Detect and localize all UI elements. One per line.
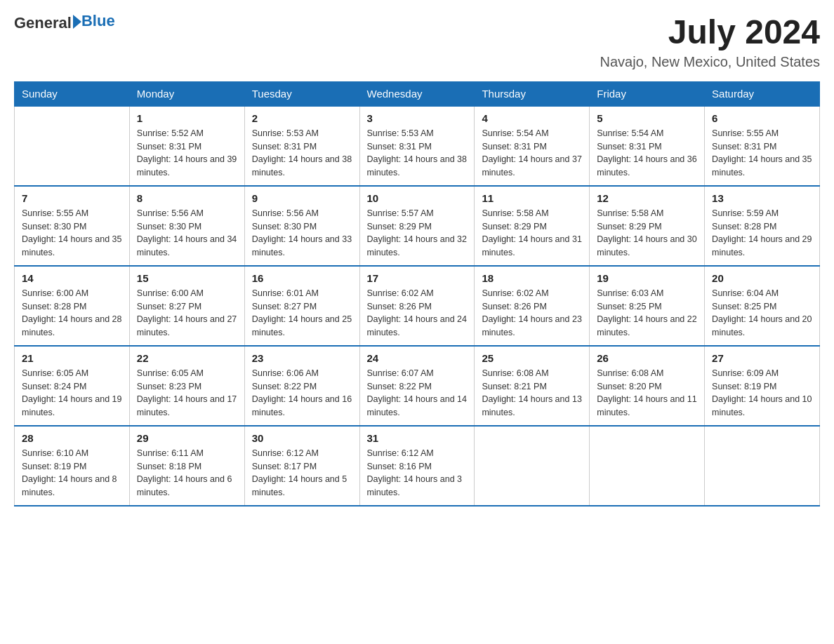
calendar-cell: 20Sunrise: 6:04 AMSunset: 8:25 PMDayligh… [705, 266, 820, 346]
day-number: 19 [597, 272, 697, 284]
day-number: 31 [367, 432, 468, 444]
logo: General Blue [14, 14, 115, 32]
calendar-cell: 3Sunrise: 5:53 AMSunset: 8:31 PMDaylight… [359, 106, 475, 186]
calendar-cell: 15Sunrise: 6:00 AMSunset: 8:27 PMDayligh… [129, 266, 244, 346]
day-number: 25 [482, 352, 582, 364]
calendar-cell: 17Sunrise: 6:02 AMSunset: 8:26 PMDayligh… [359, 266, 475, 346]
day-number: 27 [712, 352, 812, 364]
calendar-cell: 27Sunrise: 6:09 AMSunset: 8:19 PMDayligh… [705, 346, 820, 426]
day-info: Sunrise: 6:07 AMSunset: 8:22 PMDaylight:… [367, 367, 468, 420]
weekday-header-saturday: Saturday [705, 81, 820, 106]
day-info: Sunrise: 6:02 AMSunset: 8:26 PMDaylight:… [367, 287, 468, 340]
day-number: 13 [712, 192, 812, 204]
page-header: General Blue July 2024 Navajo, New Mexic… [14, 14, 820, 70]
day-number: 9 [252, 192, 352, 204]
day-info: Sunrise: 6:08 AMSunset: 8:20 PMDaylight:… [597, 367, 697, 420]
day-number: 17 [367, 272, 468, 284]
calendar-cell: 29Sunrise: 6:11 AMSunset: 8:18 PMDayligh… [129, 426, 244, 506]
day-info: Sunrise: 6:00 AMSunset: 8:28 PMDaylight:… [22, 287, 122, 340]
day-number: 18 [482, 272, 582, 284]
day-info: Sunrise: 5:54 AMSunset: 8:31 PMDaylight:… [597, 127, 697, 180]
calendar-week-row: 14Sunrise: 6:00 AMSunset: 8:28 PMDayligh… [15, 266, 820, 346]
day-info: Sunrise: 5:57 AMSunset: 8:29 PMDaylight:… [367, 207, 468, 260]
day-info: Sunrise: 6:05 AMSunset: 8:23 PMDaylight:… [137, 367, 237, 420]
calendar-cell: 10Sunrise: 5:57 AMSunset: 8:29 PMDayligh… [359, 186, 475, 266]
day-info: Sunrise: 5:58 AMSunset: 8:29 PMDaylight:… [482, 207, 582, 260]
day-number: 5 [597, 112, 697, 124]
day-number: 20 [712, 272, 812, 284]
day-number: 12 [597, 192, 697, 204]
calendar-cell: 28Sunrise: 6:10 AMSunset: 8:19 PMDayligh… [15, 426, 130, 506]
calendar-week-row: 7Sunrise: 5:55 AMSunset: 8:30 PMDaylight… [15, 186, 820, 266]
calendar-cell: 24Sunrise: 6:07 AMSunset: 8:22 PMDayligh… [359, 346, 475, 426]
month-title: July 2024 [600, 14, 820, 51]
day-info: Sunrise: 6:01 AMSunset: 8:27 PMDaylight:… [252, 287, 352, 340]
day-info: Sunrise: 6:06 AMSunset: 8:22 PMDaylight:… [252, 367, 352, 420]
weekday-header-monday: Monday [129, 81, 244, 106]
calendar-week-row: 28Sunrise: 6:10 AMSunset: 8:19 PMDayligh… [15, 426, 820, 506]
weekday-header-wednesday: Wednesday [359, 81, 475, 106]
day-number: 30 [252, 432, 352, 444]
location-title: Navajo, New Mexico, United States [600, 54, 820, 70]
day-number: 16 [252, 272, 352, 284]
calendar-cell [15, 106, 130, 186]
calendar-cell [590, 426, 705, 506]
calendar-week-row: 21Sunrise: 6:05 AMSunset: 8:24 PMDayligh… [15, 346, 820, 426]
calendar-table: SundayMondayTuesdayWednesdayThursdayFrid… [14, 81, 820, 507]
calendar-cell: 6Sunrise: 5:55 AMSunset: 8:31 PMDaylight… [705, 106, 820, 186]
day-info: Sunrise: 5:53 AMSunset: 8:31 PMDaylight:… [367, 127, 468, 180]
calendar-cell: 5Sunrise: 5:54 AMSunset: 8:31 PMDaylight… [590, 106, 705, 186]
day-number: 10 [367, 192, 468, 204]
calendar-week-row: 1Sunrise: 5:52 AMSunset: 8:31 PMDaylight… [15, 106, 820, 186]
day-number: 15 [137, 272, 237, 284]
calendar-cell: 16Sunrise: 6:01 AMSunset: 8:27 PMDayligh… [244, 266, 359, 346]
day-info: Sunrise: 6:05 AMSunset: 8:24 PMDaylight:… [22, 367, 122, 420]
day-number: 29 [137, 432, 237, 444]
weekday-header-friday: Friday [590, 81, 705, 106]
day-info: Sunrise: 5:56 AMSunset: 8:30 PMDaylight:… [137, 207, 237, 260]
calendar-cell: 2Sunrise: 5:53 AMSunset: 8:31 PMDaylight… [244, 106, 359, 186]
calendar-cell: 1Sunrise: 5:52 AMSunset: 8:31 PMDaylight… [129, 106, 244, 186]
day-info: Sunrise: 6:03 AMSunset: 8:25 PMDaylight:… [597, 287, 697, 340]
day-info: Sunrise: 5:59 AMSunset: 8:28 PMDaylight:… [712, 207, 812, 260]
day-number: 2 [252, 112, 352, 124]
day-number: 24 [367, 352, 468, 364]
calendar-cell: 19Sunrise: 6:03 AMSunset: 8:25 PMDayligh… [590, 266, 705, 346]
day-info: Sunrise: 5:55 AMSunset: 8:30 PMDaylight:… [22, 207, 122, 260]
calendar-cell: 12Sunrise: 5:58 AMSunset: 8:29 PMDayligh… [590, 186, 705, 266]
logo-arrow-icon [73, 15, 81, 29]
title-section: July 2024 Navajo, New Mexico, United Sta… [600, 14, 820, 70]
day-number: 21 [22, 352, 122, 364]
day-info: Sunrise: 6:09 AMSunset: 8:19 PMDaylight:… [712, 367, 812, 420]
calendar-cell [475, 426, 590, 506]
calendar-cell: 14Sunrise: 6:00 AMSunset: 8:28 PMDayligh… [15, 266, 130, 346]
day-number: 23 [252, 352, 352, 364]
day-number: 6 [712, 112, 812, 124]
calendar-cell: 7Sunrise: 5:55 AMSunset: 8:30 PMDaylight… [15, 186, 130, 266]
day-number: 11 [482, 192, 582, 204]
day-number: 22 [137, 352, 237, 364]
day-info: Sunrise: 5:56 AMSunset: 8:30 PMDaylight:… [252, 207, 352, 260]
calendar-cell: 30Sunrise: 6:12 AMSunset: 8:17 PMDayligh… [244, 426, 359, 506]
logo-text-general: General [14, 14, 72, 32]
day-info: Sunrise: 5:55 AMSunset: 8:31 PMDaylight:… [712, 127, 812, 180]
day-number: 14 [22, 272, 122, 284]
day-number: 28 [22, 432, 122, 444]
calendar-cell: 23Sunrise: 6:06 AMSunset: 8:22 PMDayligh… [244, 346, 359, 426]
day-info: Sunrise: 5:52 AMSunset: 8:31 PMDaylight:… [137, 127, 237, 180]
calendar-cell: 21Sunrise: 6:05 AMSunset: 8:24 PMDayligh… [15, 346, 130, 426]
day-number: 3 [367, 112, 468, 124]
calendar-cell: 11Sunrise: 5:58 AMSunset: 8:29 PMDayligh… [475, 186, 590, 266]
day-info: Sunrise: 5:53 AMSunset: 8:31 PMDaylight:… [252, 127, 352, 180]
day-number: 8 [137, 192, 237, 204]
weekday-header-sunday: Sunday [15, 81, 130, 106]
day-number: 1 [137, 112, 237, 124]
day-info: Sunrise: 5:54 AMSunset: 8:31 PMDaylight:… [482, 127, 582, 180]
day-number: 7 [22, 192, 122, 204]
calendar-header-row: SundayMondayTuesdayWednesdayThursdayFrid… [15, 81, 820, 106]
calendar-cell: 25Sunrise: 6:08 AMSunset: 8:21 PMDayligh… [475, 346, 590, 426]
day-info: Sunrise: 6:08 AMSunset: 8:21 PMDaylight:… [482, 367, 582, 420]
calendar-cell: 8Sunrise: 5:56 AMSunset: 8:30 PMDaylight… [129, 186, 244, 266]
day-info: Sunrise: 5:58 AMSunset: 8:29 PMDaylight:… [597, 207, 697, 260]
day-info: Sunrise: 6:12 AMSunset: 8:16 PMDaylight:… [367, 447, 468, 499]
